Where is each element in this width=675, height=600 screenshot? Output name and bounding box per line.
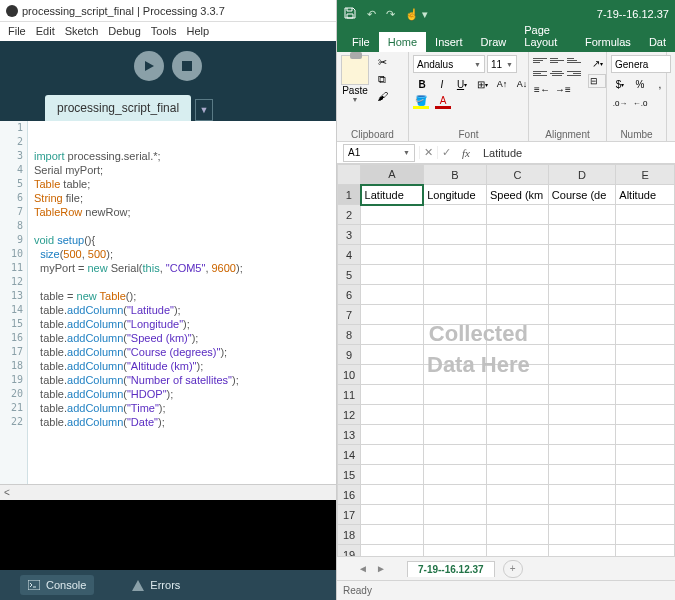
console-label: Console <box>46 579 86 591</box>
tab-formulas[interactable]: Formulas <box>576 32 640 52</box>
comma-button[interactable]: , <box>651 76 669 92</box>
percent-button[interactable]: % <box>631 76 649 92</box>
enter-icon[interactable]: ✓ <box>437 146 455 159</box>
align-center-button[interactable] <box>550 68 564 78</box>
svg-marker-3 <box>132 580 144 591</box>
ribbon: Paste ▼ ✂ ⧉ 🖌 Clipboard Andalus▼ 11▼ B <box>337 52 675 142</box>
app-icon <box>6 5 18 17</box>
clipboard-group-label: Clipboard <box>341 128 404 140</box>
font-group-label: Font <box>413 128 524 140</box>
play-icon <box>143 60 155 72</box>
align-left-button[interactable] <box>533 68 547 78</box>
chevron-down-icon: ▼ <box>474 61 481 68</box>
cancel-icon[interactable]: ✕ <box>419 146 437 159</box>
copy-icon[interactable]: ⧉ <box>374 72 390 86</box>
orientation-button[interactable]: ↗▾ <box>588 55 606 71</box>
italic-button[interactable]: I <box>433 76 451 92</box>
menu-tools[interactable]: Tools <box>147 24 181 39</box>
svg-rect-2 <box>28 580 40 590</box>
window-title: processing_script_final | Processing 3.3… <box>22 5 225 17</box>
ribbon-tabs: File Home Insert Draw Page Layout Formul… <box>337 28 675 52</box>
status-bar: Ready <box>337 580 675 600</box>
font-name-select[interactable]: Andalus▼ <box>413 55 485 73</box>
tab-menu-button[interactable]: ▼ <box>195 99 213 121</box>
decrease-decimal-button[interactable]: ←.0 <box>631 95 649 111</box>
border-button[interactable]: ⊞▾ <box>473 76 491 92</box>
worksheet-grid[interactable]: ABCDE1LatitudeLongitudeSpeed (kmCourse (… <box>337 164 675 556</box>
add-sheet-button[interactable]: + <box>503 560 523 578</box>
tab-home[interactable]: Home <box>379 32 426 52</box>
bucket-icon: 🪣 <box>415 95 427 106</box>
fill-color-button[interactable]: 🪣 <box>413 95 429 109</box>
code-text[interactable]: import processing.serial.*;Serial myPort… <box>28 121 336 484</box>
merge-button[interactable]: ⊟ <box>588 74 606 88</box>
chevron-down-icon: ▼ <box>352 96 359 103</box>
align-right-button[interactable] <box>567 68 581 78</box>
fx-icon[interactable]: fx <box>455 147 477 159</box>
tab-data[interactable]: Dat <box>640 32 675 52</box>
warning-icon <box>132 580 144 591</box>
font-size-select[interactable]: 11▼ <box>487 55 517 73</box>
stop-icon <box>182 61 192 71</box>
align-middle-button[interactable] <box>550 55 564 65</box>
align-bottom-button[interactable] <box>567 55 581 65</box>
cut-icon[interactable]: ✂ <box>374 55 390 69</box>
currency-button[interactable]: $▾ <box>611 76 629 92</box>
format-painter-icon[interactable]: 🖌 <box>374 89 390 103</box>
status-text: Ready <box>343 585 372 596</box>
tab-page-layout[interactable]: Page Layout <box>515 20 576 52</box>
tab-insert[interactable]: Insert <box>426 32 472 52</box>
document-title: 7-19--16.12.37 <box>597 8 669 20</box>
formula-input[interactable]: Latitude <box>477 147 675 159</box>
svg-marker-0 <box>145 61 154 71</box>
sheet-nav[interactable]: ◄► <box>337 563 407 574</box>
sheet-bar: ◄► 7-19--16.12.37 + <box>337 556 675 580</box>
bottom-bar: Console Errors <box>0 570 336 600</box>
console-tab[interactable]: Console <box>20 575 94 595</box>
undo-icon[interactable]: ↶ <box>367 8 376 21</box>
svg-rect-1 <box>182 61 192 71</box>
paste-label: Paste <box>342 85 368 96</box>
toolbar <box>0 41 336 91</box>
excel-titlebar: ↶ ↷ ☝ ▾ 7-19--16.12.37 <box>337 0 675 28</box>
scroll-left-button[interactable]: < <box>0 484 336 500</box>
underline-button[interactable]: U▾ <box>453 76 471 92</box>
processing-titlebar: processing_script_final | Processing 3.3… <box>0 0 336 22</box>
stop-button[interactable] <box>172 51 202 81</box>
errors-label: Errors <box>150 579 180 591</box>
increase-decimal-button[interactable]: .0→ <box>611 95 629 111</box>
sheet-tab[interactable]: 7-19--16.12.37 <box>407 561 495 577</box>
menu-file[interactable]: File <box>4 24 30 39</box>
sketch-tab[interactable]: processing_script_final <box>45 95 191 121</box>
menu-help[interactable]: Help <box>182 24 213 39</box>
line-gutter: 12345678910111213141516171819202122 <box>0 121 28 484</box>
console-output <box>0 500 336 570</box>
code-editor[interactable]: 12345678910111213141516171819202122 impo… <box>0 121 336 484</box>
paste-button[interactable]: Paste ▼ <box>341 55 369 103</box>
touch-icon[interactable]: ☝ ▾ <box>405 8 428 21</box>
menu-debug[interactable]: Debug <box>104 24 144 39</box>
sketch-tabs: processing_script_final ▼ <box>0 91 336 121</box>
alignment-group-label: Alignment <box>533 128 602 140</box>
number-group-label: Numbe <box>611 128 662 140</box>
align-top-button[interactable] <box>533 55 547 65</box>
menu-sketch[interactable]: Sketch <box>61 24 103 39</box>
bold-button[interactable]: B <box>413 76 431 92</box>
increase-indent-button[interactable]: →≡ <box>554 81 572 97</box>
run-button[interactable] <box>134 51 164 81</box>
increase-font-button[interactable]: A↑ <box>493 76 511 92</box>
redo-icon[interactable]: ↷ <box>386 8 395 21</box>
errors-tab[interactable]: Errors <box>124 575 188 595</box>
tab-draw[interactable]: Draw <box>472 32 516 52</box>
name-box[interactable]: A1▼ <box>343 144 415 162</box>
save-icon[interactable] <box>343 6 357 22</box>
menu-edit[interactable]: Edit <box>32 24 59 39</box>
tab-file[interactable]: File <box>343 32 379 52</box>
decrease-indent-button[interactable]: ≡← <box>533 81 551 97</box>
chevron-down-icon: ▼ <box>506 61 513 68</box>
clipboard-icon <box>341 55 369 85</box>
font-color-button[interactable]: A <box>435 95 451 109</box>
formula-bar: A1▼ ✕ ✓ fx Latitude <box>337 142 675 164</box>
menubar: File Edit Sketch Debug Tools Help <box>0 22 336 41</box>
number-format-select[interactable]: Genera <box>611 55 671 73</box>
